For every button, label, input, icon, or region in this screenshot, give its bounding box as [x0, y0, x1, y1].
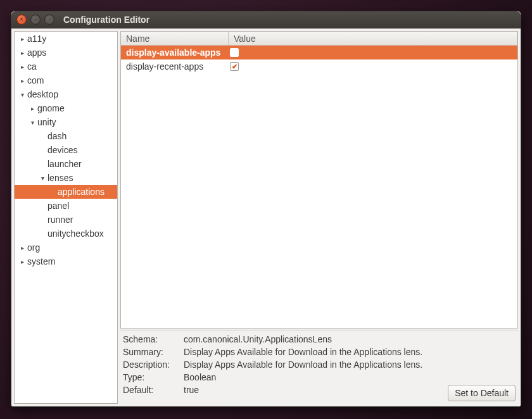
tree-item-apps[interactable]: ▸apps	[15, 46, 117, 59]
tree-item-com[interactable]: ▸com	[15, 73, 117, 87]
tree-item-ca[interactable]: ▸ca	[15, 59, 117, 73]
column-name[interactable]: Name	[121, 32, 229, 45]
tree-item-launcher[interactable]: launcher	[15, 157, 117, 171]
table-row[interactable]: display-recent-apps✔	[121, 59, 517, 73]
chevron-right-icon[interactable]: ▸	[18, 63, 26, 70]
tree-item-label: unity	[36, 117, 56, 127]
table-header: Name Value	[121, 32, 517, 46]
tree-item-unitycheckbox[interactable]: unitycheckbox	[15, 227, 117, 241]
tree-item-system[interactable]: ▸system	[15, 254, 117, 268]
key-name: display-recent-apps	[121, 61, 229, 72]
tree-item-desktop[interactable]: ▾desktop	[15, 87, 117, 101]
tree-item-label: panel	[46, 201, 69, 211]
window: × – ▫ Configuration Editor ▸a11y▸apps▸ca…	[11, 11, 521, 407]
key-name: display-available-apps	[121, 47, 229, 58]
description-label: Description:	[123, 360, 180, 370]
tree-item-label: a11y	[26, 34, 46, 44]
right-pane: Name Value display-available-appsdisplay…	[120, 31, 518, 404]
summary-value: Display Apps Available for Download in t…	[184, 347, 444, 357]
chevron-down-icon[interactable]: ▾	[39, 175, 46, 182]
table-body: display-available-appsdisplay-recent-app…	[121, 46, 517, 328]
chevron-right-icon[interactable]: ▸	[28, 105, 36, 112]
tree-item-label: desktop	[26, 89, 58, 99]
default-label: Default:	[123, 385, 180, 395]
chevron-right-icon[interactable]: ▸	[18, 35, 26, 42]
tree-item-label: launcher	[46, 159, 82, 169]
details-pane: Schema: com.canonical.Unity.Applications…	[120, 330, 518, 404]
chevron-right-icon[interactable]: ▸	[18, 49, 26, 56]
tree-item-label: applications	[56, 187, 104, 197]
close-icon[interactable]: ×	[16, 15, 27, 25]
tree-item-label: runner	[46, 215, 73, 225]
type-label: Type:	[123, 372, 180, 382]
schema-label: Schema:	[123, 334, 180, 344]
tree-item-gnome[interactable]: ▸gnome	[15, 101, 117, 115]
tree-item-lenses[interactable]: ▾lenses	[15, 171, 117, 185]
chevron-right-icon[interactable]: ▸	[18, 258, 26, 265]
check-icon: ✔	[232, 63, 238, 70]
type-value: Boolean	[184, 372, 444, 382]
content-area: ▸a11y▸apps▸ca▸com▾desktop▸gnome▾unitydas…	[11, 28, 521, 406]
key-value[interactable]	[229, 48, 517, 57]
tree-item-label: com	[26, 75, 44, 85]
maximize-icon[interactable]: ▫	[44, 15, 54, 25]
tree-item-label: ca	[26, 61, 37, 72]
tree-item-label: lenses	[46, 173, 73, 183]
tree-item-label: org	[26, 242, 40, 253]
schema-tree[interactable]: ▸a11y▸apps▸ca▸com▾desktop▸gnome▾unitydas…	[14, 31, 118, 404]
checkbox-icon[interactable]: ✔	[230, 62, 239, 71]
table-row[interactable]: display-available-apps	[121, 46, 517, 59]
titlebar[interactable]: × – ▫ Configuration Editor	[11, 11, 521, 28]
tree-item-runner[interactable]: runner	[15, 213, 117, 227]
chevron-down-icon[interactable]: ▾	[28, 119, 36, 126]
schema-value: com.canonical.Unity.ApplicationsLens	[184, 334, 444, 344]
chevron-down-icon[interactable]: ▾	[18, 91, 26, 98]
tree-item-dash[interactable]: dash	[15, 129, 117, 143]
description-value: Display Apps Available for Download in t…	[184, 360, 444, 370]
tree-item-devices[interactable]: devices	[15, 143, 117, 157]
tree-item-label: apps	[26, 47, 46, 58]
tree-item-panel[interactable]: panel	[15, 199, 117, 213]
keys-table: Name Value display-available-appsdisplay…	[120, 31, 518, 328]
tree-item-label: dash	[46, 131, 66, 141]
summary-label: Summary:	[123, 347, 180, 357]
tree-item-label: unitycheckbox	[46, 228, 104, 239]
tree-item-unity[interactable]: ▾unity	[15, 115, 117, 129]
key-value[interactable]: ✔	[229, 62, 517, 71]
chevron-right-icon[interactable]: ▸	[18, 77, 26, 84]
checkbox-icon[interactable]	[230, 48, 239, 57]
tree-item-label: system	[26, 256, 55, 266]
window-title: Configuration Editor	[63, 15, 149, 25]
set-to-default-button[interactable]: Set to Default	[448, 385, 516, 401]
tree-item-applications[interactable]: applications	[15, 185, 117, 199]
minimize-icon[interactable]: –	[30, 15, 41, 25]
default-value: true	[184, 385, 444, 395]
tree-item-label: devices	[46, 145, 77, 155]
chevron-right-icon[interactable]: ▸	[18, 244, 26, 251]
tree-item-label: gnome	[36, 103, 65, 113]
column-value[interactable]: Value	[229, 32, 517, 45]
tree-item-org[interactable]: ▸org	[15, 241, 117, 254]
tree-item-a11y[interactable]: ▸a11y	[15, 32, 117, 46]
